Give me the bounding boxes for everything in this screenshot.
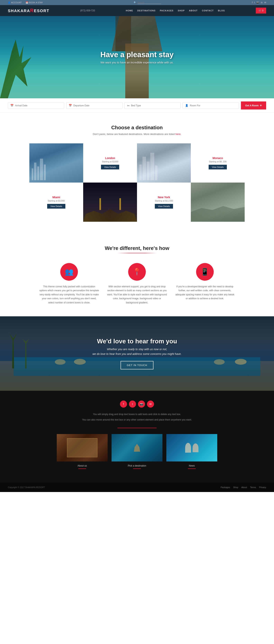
- footer-link-packages[interactable]: Packages: [221, 486, 230, 488]
- person-icon: 👤: [185, 104, 188, 107]
- footer-image-2: Pick a destination: [112, 434, 162, 469]
- footer-link-shop[interactable]: Shop: [233, 486, 238, 488]
- destinations-link[interactable]: here.: [175, 132, 181, 136]
- footer-text-2: You can also move around this text box o…: [8, 418, 266, 422]
- news-image: [166, 434, 217, 462]
- cta-button[interactable]: Get in touch: [121, 361, 153, 370]
- nav-destinations[interactable]: DESTINATIONS: [137, 10, 156, 12]
- london-btn[interactable]: View Details: [101, 165, 119, 170]
- search-input[interactable]: [138, 1, 161, 4]
- nav-links: HOME DESTINATIONS PACKAGES SHOP ABOUT CO…: [126, 10, 225, 12]
- about-us-image: [57, 434, 108, 462]
- footer-email-icon[interactable]: ✉: [147, 400, 154, 408]
- nav-about[interactable]: ABOUT: [189, 10, 198, 12]
- nyc-image-top: [137, 143, 191, 182]
- departure-input[interactable]: [73, 104, 120, 107]
- london-price: Starting at $1000: [102, 160, 118, 163]
- section-divider: [117, 253, 157, 253]
- footer-link-privacy[interactable]: Privacy: [259, 486, 266, 488]
- cta-section: We'd love to hear from you Whether you a…: [0, 316, 274, 391]
- main-nav: SHAKARARESORT (972) 659-720 HOME DESTINA…: [0, 5, 274, 16]
- nav-contact[interactable]: CONTACT: [202, 10, 214, 12]
- linkedin-icon[interactable]: in: [261, 1, 263, 4]
- different-section: We're different, here's how 👥 This theme…: [0, 234, 274, 316]
- logo: SHAKARARESORT: [8, 8, 49, 13]
- location-icon: 📍: [128, 263, 146, 281]
- feature-2: 📍 With section element support, you get …: [107, 263, 167, 304]
- nav-packages[interactable]: PACKAGES: [160, 10, 174, 12]
- london-name: London: [105, 156, 115, 160]
- top-bar: 👤 ACCOUNT 📅 BOOK A STAY 🔍 f t 📷 in ✉: [0, 0, 274, 5]
- email-icon[interactable]: ✉: [264, 1, 266, 4]
- destinations-row-1: London Starting at $1000 View Details Mo…: [29, 143, 245, 182]
- monaco-info: Monaco Starting at $8, 200 View Details: [191, 143, 245, 182]
- search-bar: 🔍: [134, 1, 161, 4]
- account-icon: 👤: [8, 1, 10, 4]
- monaco-price: Starting at $8, 200: [209, 160, 227, 163]
- instagram-icon[interactable]: 📷: [256, 1, 259, 4]
- hero-section: Have a pleasant stay We want you to have…: [0, 16, 274, 98]
- footer-img-divider-2: [133, 468, 141, 469]
- nav-shop[interactable]: SHOP: [178, 10, 185, 12]
- destinations-title: Choose a destination: [8, 124, 266, 131]
- destination-image: [112, 434, 162, 462]
- footer-text-1: You will simply drag and drop text boxes…: [8, 412, 266, 416]
- miami-image: [29, 143, 83, 182]
- footer-divider: [117, 428, 157, 428]
- footer-image-1: About us: [57, 434, 108, 469]
- cart[interactable]: 🛒 0: [256, 8, 266, 14]
- footer-label-2: Pick a destination: [128, 464, 146, 467]
- feature-3-text: If you're a developer/designer with the …: [175, 284, 235, 301]
- calendar-icon: 📅: [26, 1, 28, 4]
- people-icon: 👥: [60, 263, 78, 281]
- phone-number: (972) 659-720: [80, 9, 95, 12]
- calendar-icon: 📅: [10, 104, 13, 107]
- monaco-btn[interactable]: View Details: [209, 165, 227, 170]
- logo-text: SHAKARARESORT: [8, 8, 49, 13]
- footer-link-terms[interactable]: Terms: [250, 486, 256, 488]
- hero-content: Have a pleasant stay We want you to have…: [100, 50, 174, 64]
- footer-img-divider-1: [78, 468, 86, 469]
- footer-social: f t 📷 ✉: [8, 400, 266, 408]
- destinations-grid: London Starting at $1000 View Details Mo…: [29, 143, 245, 222]
- feature-1-text: This theme comes fully packed with custo…: [39, 284, 99, 304]
- footer-bottom: Copyright © 2017 SHAKARA RESORT Packages…: [0, 482, 274, 492]
- room-for-input[interactable]: [190, 104, 237, 107]
- features-grid: 👥 This theme comes fully packed with cus…: [39, 263, 235, 304]
- phone-icon: 📱: [196, 263, 214, 281]
- footer-image-3: News: [166, 434, 217, 469]
- booking-bar: 📅 📅 🛏 👤 Get A Room +: [0, 98, 274, 113]
- footer-images: About us Pick a destination News: [49, 434, 225, 477]
- footer-label-3: News: [189, 464, 195, 467]
- facebook-icon[interactable]: f: [252, 1, 253, 4]
- footer-facebook-icon[interactable]: f: [120, 400, 127, 408]
- arrival-input[interactable]: [15, 104, 62, 107]
- newyork-btn[interactable]: View Details: [155, 204, 173, 208]
- london-bridge-image: [83, 182, 137, 222]
- footer-instagram-icon[interactable]: 📷: [138, 400, 145, 408]
- london-info: London Starting at $1000 View Details: [83, 143, 137, 182]
- departure-field: 📅: [66, 102, 123, 109]
- nav-home[interactable]: HOME: [126, 10, 133, 12]
- book-stay-link[interactable]: 📅 BOOK A STAY: [26, 1, 43, 4]
- account-link[interactable]: 👤 ACCOUNT: [8, 1, 22, 4]
- cta-subtitle2: we do love to hear from you and address …: [92, 352, 181, 356]
- bed-type-input[interactable]: [131, 104, 178, 107]
- top-bar-left: 👤 ACCOUNT 📅 BOOK A STAY: [8, 1, 43, 4]
- nav-blog[interactable]: BLOG: [218, 10, 225, 12]
- miami-btn[interactable]: View Details: [47, 204, 65, 208]
- footer-link-about[interactable]: About: [241, 486, 247, 488]
- hero-title: Have a pleasant stay: [100, 50, 174, 59]
- feature-2-text: With section element support, you get to…: [107, 284, 167, 304]
- search-icon: 🔍: [134, 1, 136, 4]
- bed-type-field: 🛏: [124, 102, 181, 109]
- miami-name: Miami: [52, 196, 60, 199]
- get-room-button[interactable]: Get A Room +: [241, 102, 266, 110]
- footer-links: Packages Shop About Terms Privacy: [221, 486, 266, 488]
- miami-info: Miami Starting at $3,800 View Details: [29, 182, 83, 222]
- plus-icon: +: [260, 104, 262, 108]
- feature-3: 📱 If you're a developer/designer with th…: [175, 263, 235, 304]
- twitter-icon[interactable]: t: [254, 1, 255, 4]
- footer-twitter-icon[interactable]: t: [129, 400, 136, 408]
- cta-title: We'd love to hear from you: [92, 338, 181, 345]
